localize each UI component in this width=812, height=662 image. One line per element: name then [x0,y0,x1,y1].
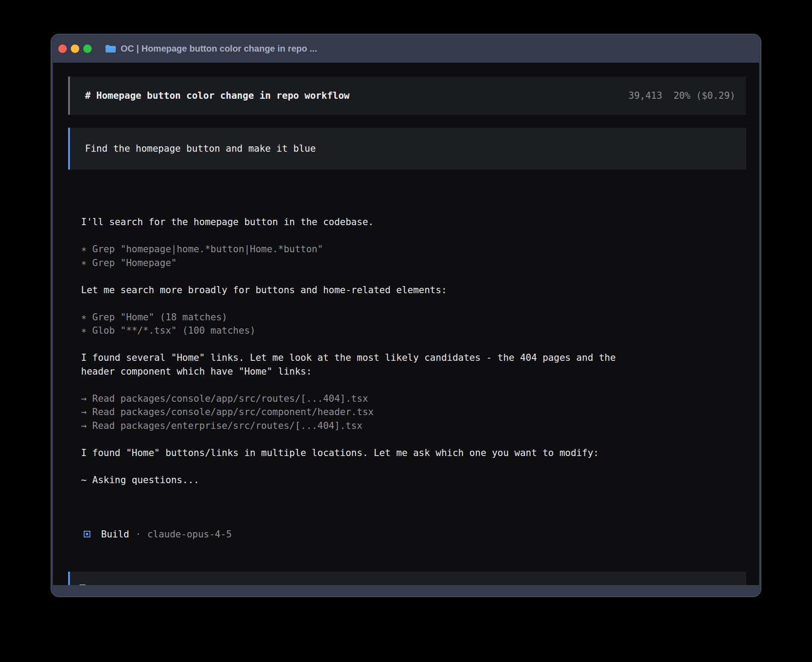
window-title: OC | Homepage button color change in rep… [121,44,317,54]
user-message-block: Find the homepage button and make it blu… [68,128,746,170]
titlebar-proxy: OC | Homepage button color change in rep… [105,44,317,54]
close-button[interactable] [58,44,67,53]
conversation: I'll search for the homepage button in t… [68,188,746,568]
user-message-text: Find the homepage button and make it blu… [85,142,316,156]
minimize-button[interactable] [71,44,79,53]
text-line: Let me search more broadly for buttons a… [81,283,746,297]
traffic-lights [58,44,92,53]
tool-call-paragraph: ∗ Grep "homepage|home.*button|Home.*butt… [81,242,746,270]
terminal-content: # Homepage button color change in repo w… [53,63,759,585]
assistant-text-paragraph: ~ Asking questions... [81,473,746,487]
text-line: I found "Home" buttons/links in multiple… [81,446,746,460]
terminal-window: OC | Homepage button color change in rep… [51,34,761,597]
text-line: I'll search for the homepage button in t… [81,215,746,229]
assistant-text-paragraph: Let me search more broadly for buttons a… [81,283,746,297]
text-line: ∗ Grep "Homepage" [81,256,746,270]
assistant-text-paragraph: I found several "Home" links. Let me loo… [81,351,746,378]
agent-separator: · [135,528,141,541]
text-line: ∗ Grep "homepage|home.*button|Home.*butt… [81,242,746,256]
text-line: → Read packages/enterprise/src/routes/[.… [81,419,746,433]
agent-name: Build [101,528,129,541]
agent-square-icon [84,531,90,537]
assistant-text-paragraph: I'll search for the homepage button in t… [81,215,746,229]
zoom-button[interactable] [83,44,92,53]
tool-call-paragraph: → Read packages/console/app/src/routes/[… [81,392,746,433]
prompt-input[interactable]: Build Claude Opus 4.5 OpenCode Zen [68,572,746,585]
text-line: ∗ Grep "Home" (18 matches) [81,311,746,324]
folder-icon [105,44,116,53]
tool-call-paragraph: ∗ Grep "Home" (18 matches)∗ Glob "**/*.t… [81,311,746,338]
text-line: I found several "Home" links. Let me loo… [81,351,746,365]
text-cursor[interactable] [80,585,85,585]
text-line: header component which have "Home" links… [81,365,746,379]
assistant-text-paragraph: I found "Home" buttons/links in multiple… [81,446,746,460]
agent-model: claude-opus-4-5 [147,528,232,541]
text-line: → Read packages/console/app/src/routes/[… [81,392,746,406]
text-line: ~ Asking questions... [81,473,746,487]
session-title: # Homepage button color change in repo w… [85,89,349,103]
text-line: → Read packages/console/app/src/componen… [81,405,746,419]
text-line: ∗ Glob "**/*.tsx" (100 matches) [81,324,746,338]
conversation-paragraphs: I'll search for the homepage button in t… [81,215,746,487]
session-header: # Homepage button color change in repo w… [68,77,746,115]
session-token-stats: 39,413 20% ($0.29) [629,89,735,103]
titlebar: OC | Homepage button color change in rep… [53,34,759,63]
agent-status-row: Build · claude-opus-4-5 [81,528,746,541]
